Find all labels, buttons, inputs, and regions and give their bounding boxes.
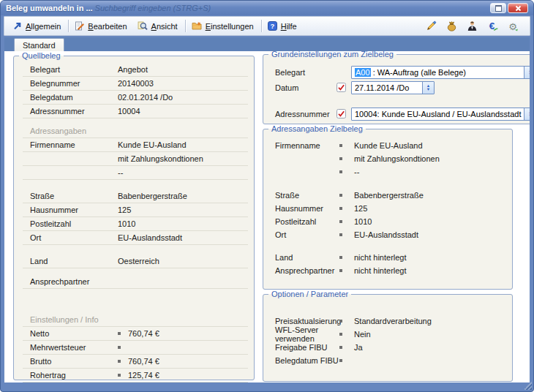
field-value: nicht hinterlegt (354, 266, 506, 275)
checked-checkbox-icon[interactable] (336, 83, 346, 92)
field-value: Babenbergerstraße (118, 192, 248, 200)
menu-item-label: Hilfe (281, 22, 297, 31)
quellbeleg-rows: BelegartAngebotBelegnummer20140003Belegd… (14, 60, 254, 382)
field-label: Ort (23, 233, 118, 242)
help-icon: ? (268, 21, 277, 31)
menu-item-bearbeiten[interactable]: Bearbeiten (70, 20, 132, 32)
person-icon (467, 20, 478, 31)
restore-button[interactable] (490, 3, 506, 13)
menu-separator (68, 20, 69, 32)
spinner-down-icon: ▼ (528, 72, 530, 76)
menu-item-allgemein[interactable]: Allgemein (8, 20, 67, 32)
groupbox-adressangaben-zielbeleg: Adressangaben Zielbeleg FirmennameKunde … (263, 124, 513, 290)
selected-text: A00 (355, 68, 371, 77)
datum-input[interactable]: 27.11.2014 /Do▲▼ (351, 81, 435, 94)
edit-document-icon (75, 21, 84, 31)
field-value: Ja (354, 343, 506, 352)
tab-page: Quellbeleg BelegartAngebotBelegnummer201… (4, 51, 530, 382)
menu-item-ansicht[interactable]: Ansicht (133, 20, 184, 32)
search-hint: Suchbegriff eingeben (STRG+S) (95, 4, 211, 12)
groupbox-quellbeleg-title: Quellbeleg (19, 51, 64, 60)
field-value: Kunde EU-Ausland (354, 141, 506, 150)
field-row: Adressnummer10004 (23, 105, 248, 118)
field-value: 1010 (118, 219, 248, 228)
spinner-button[interactable]: ▲▼ (422, 82, 434, 94)
field-label: Brutto (23, 357, 118, 366)
field-value (118, 346, 248, 349)
menu-items: AllgemeinBearbeitenAnsichtEinstellungen?… (8, 20, 303, 32)
bullet-slot (339, 333, 354, 336)
spinner-down-icon: ▼ (426, 88, 430, 91)
groupbox-grundeinstellungen-title: Grundeinstellungen zum Zielbeleg (268, 51, 396, 59)
field-value: 20140003 (118, 79, 248, 88)
bullet-slot (339, 170, 354, 173)
field-value: 760,74 € (118, 329, 248, 338)
field-row: mit Zahlungskondtionen (275, 152, 506, 165)
bullet-slot (339, 144, 354, 147)
toolbar-pencil-button[interactable] (426, 20, 437, 31)
field-row: FirmennameKunde EU-Ausland (275, 139, 506, 152)
spinner-down-icon: ▼ (528, 114, 530, 118)
bullet-slot (339, 233, 354, 236)
spinner-button[interactable]: ▲▼ (524, 67, 530, 78)
row-spacer (275, 304, 506, 314)
section-label-row: Einstellungen / Info (23, 313, 248, 327)
menu-item-label: Einstellungen (206, 22, 254, 31)
row-spacer (23, 268, 248, 275)
toolbar-euro-button[interactable]: € (487, 20, 498, 31)
checkbox-slot (336, 83, 351, 92)
section-label: Einstellungen / Info (23, 315, 99, 324)
field-label: Land (23, 257, 118, 265)
menu-item-einstellungen[interactable]: Einstellungen (187, 20, 260, 32)
field-row: BelegartAngebot (23, 63, 248, 77)
adressnummer-input[interactable]: 10004: Kunde EU-Ausland / EU-Auslandssta… (351, 108, 530, 121)
field-label: Belegdatum (23, 93, 118, 102)
checked-checkbox-icon[interactable] (336, 109, 346, 118)
field-row: Belegdatum02.01.2014 /Do (23, 91, 248, 105)
menu-item-label: Bearbeiten (88, 22, 127, 31)
field-label: WFL-Server verwenden (275, 325, 339, 343)
spinner-button[interactable]: ▲▼ (524, 108, 530, 120)
magnifier-icon (138, 21, 148, 31)
toolbar-person-button[interactable] (467, 20, 478, 31)
menu-item-hilfe[interactable]: ?Hilfe (263, 20, 303, 32)
field-label: Adressnummer (23, 107, 118, 116)
belegart-input[interactable]: A00 : WA-Auftrag (alle Belege)▲▼ (351, 66, 530, 79)
row-spacer (275, 241, 506, 251)
toolbar-gear-button[interactable]: ⚙ (508, 20, 519, 31)
window-title: Beleg umwandeln in ... (6, 4, 93, 12)
section-label-row: Adressangaben (23, 124, 248, 138)
field-label: Mehrwertsteuer (23, 343, 118, 352)
section-label: Adressangaben (23, 127, 86, 135)
toolbar-money-bag-button[interactable] (446, 20, 457, 31)
field-row: Postleitzahl1010 (23, 217, 248, 231)
field-row: Netto760,74 € (23, 327, 248, 341)
checkbox-slot (336, 109, 351, 118)
bullet-icon (118, 346, 121, 349)
app-window: Beleg umwandeln in ... Suchbegriff einge… (0, 0, 534, 392)
money-bag-icon (446, 20, 457, 31)
groupbox-optionen-parameter: Optionen / Parameter PreisaktualsierungS… (263, 290, 513, 382)
field-label: Firmenname (23, 140, 118, 149)
menu-separator (185, 20, 186, 32)
field-row: LandOesterreich (23, 255, 248, 268)
close-button[interactable] (508, 3, 528, 13)
bullet-icon (339, 157, 342, 160)
tab-strip: Standard (4, 37, 530, 51)
field-label: Rohertrag (23, 371, 118, 380)
field-row-belegart: BelegartA00 : WA-Auftrag (alle Belege)▲▼ (275, 64, 530, 80)
field-row: Rohertrag125,74 € (23, 369, 248, 382)
bullet-icon (339, 194, 342, 197)
resize-grip[interactable] (524, 382, 532, 390)
groupbox-optionen-title: Optionen / Parameter (268, 290, 351, 298)
row-spacer (275, 178, 506, 189)
bullet-icon (339, 144, 342, 147)
bullet-icon (339, 170, 342, 173)
svg-text:?: ? (270, 22, 274, 30)
gear-icon: ⚙ (508, 20, 519, 31)
bullet-icon (118, 360, 121, 363)
bullet-slot (339, 320, 354, 323)
tab-standard[interactable]: Standard (14, 38, 64, 51)
groupbox-adressangaben-title: Adressangaben Zielbeleg (268, 124, 366, 133)
field-value: Babenbergerstraße (354, 191, 506, 200)
